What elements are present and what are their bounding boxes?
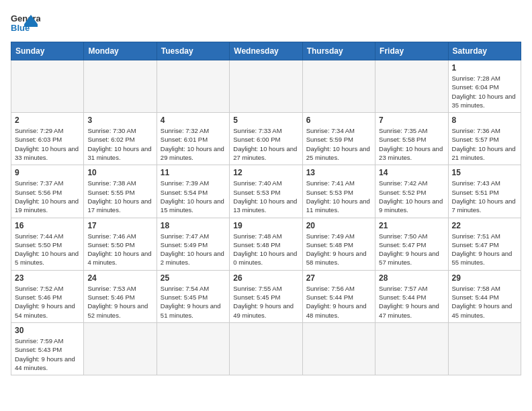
calendar-cell: 11Sunrise: 7:39 AM Sunset: 5:54 PM Dayli… bbox=[157, 165, 229, 218]
day-header-wednesday: Wednesday bbox=[230, 42, 302, 60]
day-number: 6 bbox=[306, 116, 371, 125]
day-number: 22 bbox=[452, 221, 517, 230]
calendar-cell: 6Sunrise: 7:34 AM Sunset: 5:59 PM Daylig… bbox=[302, 113, 375, 165]
day-number: 8 bbox=[452, 116, 517, 125]
day-header-friday: Friday bbox=[375, 42, 448, 60]
day-header-sunday: Sunday bbox=[11, 42, 84, 60]
day-info: Sunrise: 7:33 AM Sunset: 6:00 PM Dayligh… bbox=[233, 126, 298, 162]
day-info: Sunrise: 7:34 AM Sunset: 5:59 PM Dayligh… bbox=[306, 126, 371, 162]
day-number: 24 bbox=[87, 273, 152, 283]
day-number: 30 bbox=[15, 326, 80, 335]
day-number: 13 bbox=[306, 168, 371, 177]
day-number: 10 bbox=[87, 168, 152, 177]
calendar-cell: 30Sunrise: 7:59 AM Sunset: 5:43 PM Dayli… bbox=[11, 322, 84, 375]
day-info: Sunrise: 7:41 AM Sunset: 5:53 PM Dayligh… bbox=[306, 179, 371, 214]
calendar-cell: 10Sunrise: 7:38 AM Sunset: 5:55 PM Dayli… bbox=[84, 165, 157, 218]
day-info: Sunrise: 7:44 AM Sunset: 5:50 PM Dayligh… bbox=[15, 232, 80, 267]
svg-rect-3 bbox=[24, 24, 38, 27]
calendar-cell: 5Sunrise: 7:33 AM Sunset: 6:00 PM Daylig… bbox=[230, 113, 302, 165]
calendar-cell: 20Sunrise: 7:49 AM Sunset: 5:48 PM Dayli… bbox=[302, 218, 375, 270]
day-number: 15 bbox=[452, 168, 517, 177]
day-number: 21 bbox=[379, 221, 444, 230]
day-number: 5 bbox=[233, 116, 298, 125]
day-info: Sunrise: 7:39 AM Sunset: 5:54 PM Dayligh… bbox=[161, 179, 226, 214]
day-info: Sunrise: 7:46 AM Sunset: 5:50 PM Dayligh… bbox=[87, 232, 152, 267]
calendar-cell: 15Sunrise: 7:43 AM Sunset: 5:51 PM Dayli… bbox=[448, 165, 521, 218]
day-number: 11 bbox=[161, 168, 226, 177]
calendar-cell: 19Sunrise: 7:48 AM Sunset: 5:48 PM Dayli… bbox=[230, 218, 302, 270]
day-number: 12 bbox=[233, 168, 298, 177]
day-number: 28 bbox=[379, 273, 444, 283]
day-number: 14 bbox=[379, 168, 444, 177]
calendar-cell bbox=[157, 322, 229, 375]
calendar-cell bbox=[448, 322, 521, 375]
day-info: Sunrise: 7:54 AM Sunset: 5:45 PM Dayligh… bbox=[161, 284, 226, 320]
day-info: Sunrise: 7:30 AM Sunset: 6:02 PM Dayligh… bbox=[87, 126, 152, 162]
day-info: Sunrise: 7:36 AM Sunset: 5:57 PM Dayligh… bbox=[452, 126, 517, 162]
day-info: Sunrise: 7:59 AM Sunset: 5:43 PM Dayligh… bbox=[15, 336, 80, 372]
day-info: Sunrise: 7:51 AM Sunset: 5:47 PM Dayligh… bbox=[452, 232, 517, 267]
day-info: Sunrise: 7:48 AM Sunset: 5:48 PM Dayligh… bbox=[233, 232, 298, 267]
calendar-cell: 9Sunrise: 7:37 AM Sunset: 5:56 PM Daylig… bbox=[11, 165, 84, 218]
calendar-cell bbox=[11, 60, 84, 113]
day-info: Sunrise: 7:29 AM Sunset: 6:03 PM Dayligh… bbox=[15, 126, 80, 162]
week-row-6: 30Sunrise: 7:59 AM Sunset: 5:43 PM Dayli… bbox=[11, 322, 521, 375]
calendar-cell: 22Sunrise: 7:51 AM Sunset: 5:47 PM Dayli… bbox=[448, 218, 521, 270]
day-number: 23 bbox=[15, 273, 80, 283]
day-number: 29 bbox=[452, 273, 517, 283]
day-info: Sunrise: 7:43 AM Sunset: 5:51 PM Dayligh… bbox=[452, 179, 517, 214]
week-row-4: 16Sunrise: 7:44 AM Sunset: 5:50 PM Dayli… bbox=[11, 218, 521, 270]
day-info: Sunrise: 7:42 AM Sunset: 5:52 PM Dayligh… bbox=[379, 179, 444, 214]
day-number: 9 bbox=[15, 168, 80, 177]
calendar-cell bbox=[375, 60, 448, 113]
day-number: 27 bbox=[306, 273, 371, 283]
week-row-1: 1Sunrise: 7:28 AM Sunset: 6:04 PM Daylig… bbox=[11, 60, 521, 113]
calendar-cell: 21Sunrise: 7:50 AM Sunset: 5:47 PM Dayli… bbox=[375, 218, 448, 270]
week-row-2: 2Sunrise: 7:29 AM Sunset: 6:03 PM Daylig… bbox=[11, 113, 521, 165]
logo: General Blue bbox=[11, 11, 40, 36]
day-info: Sunrise: 7:35 AM Sunset: 5:58 PM Dayligh… bbox=[379, 126, 444, 162]
calendar-cell: 27Sunrise: 7:56 AM Sunset: 5:44 PM Dayli… bbox=[302, 270, 375, 322]
day-info: Sunrise: 7:53 AM Sunset: 5:46 PM Dayligh… bbox=[87, 284, 152, 320]
day-number: 16 bbox=[15, 221, 80, 230]
day-info: Sunrise: 7:38 AM Sunset: 5:55 PM Dayligh… bbox=[87, 179, 152, 214]
calendar-table: SundayMondayTuesdayWednesdayThursdayFrid… bbox=[11, 42, 521, 375]
calendar-cell: 4Sunrise: 7:32 AM Sunset: 6:01 PM Daylig… bbox=[157, 113, 229, 165]
calendar-cell bbox=[302, 322, 375, 375]
day-info: Sunrise: 7:47 AM Sunset: 5:49 PM Dayligh… bbox=[161, 232, 226, 267]
calendar-cell bbox=[84, 60, 157, 113]
week-row-5: 23Sunrise: 7:52 AM Sunset: 5:46 PM Dayli… bbox=[11, 270, 521, 322]
day-info: Sunrise: 7:49 AM Sunset: 5:48 PM Dayligh… bbox=[306, 232, 371, 267]
day-header-saturday: Saturday bbox=[448, 42, 521, 60]
calendar-cell: 12Sunrise: 7:40 AM Sunset: 5:53 PM Dayli… bbox=[230, 165, 302, 218]
calendar-cell bbox=[230, 60, 302, 113]
day-number: 26 bbox=[233, 273, 298, 283]
day-info: Sunrise: 7:40 AM Sunset: 5:53 PM Dayligh… bbox=[233, 179, 298, 214]
calendar-cell bbox=[84, 322, 157, 375]
calendar-cell: 18Sunrise: 7:47 AM Sunset: 5:49 PM Dayli… bbox=[157, 218, 229, 270]
day-info: Sunrise: 7:57 AM Sunset: 5:44 PM Dayligh… bbox=[379, 284, 444, 320]
logo-svg: General Blue bbox=[11, 11, 40, 36]
calendar-cell: 24Sunrise: 7:53 AM Sunset: 5:46 PM Dayli… bbox=[84, 270, 157, 322]
day-number: 25 bbox=[161, 273, 226, 283]
week-row-3: 9Sunrise: 7:37 AM Sunset: 5:56 PM Daylig… bbox=[11, 165, 521, 218]
day-info: Sunrise: 7:28 AM Sunset: 6:04 PM Dayligh… bbox=[452, 74, 517, 109]
calendar-cell: 17Sunrise: 7:46 AM Sunset: 5:50 PM Dayli… bbox=[84, 218, 157, 270]
day-header-thursday: Thursday bbox=[302, 42, 375, 60]
calendar-cell: 14Sunrise: 7:42 AM Sunset: 5:52 PM Dayli… bbox=[375, 165, 448, 218]
calendar-cell: 7Sunrise: 7:35 AM Sunset: 5:58 PM Daylig… bbox=[375, 113, 448, 165]
day-number: 18 bbox=[161, 221, 226, 230]
day-number: 19 bbox=[233, 221, 298, 230]
calendar-cell: 16Sunrise: 7:44 AM Sunset: 5:50 PM Dayli… bbox=[11, 218, 84, 270]
day-header-tuesday: Tuesday bbox=[157, 42, 229, 60]
calendar-cell: 8Sunrise: 7:36 AM Sunset: 5:57 PM Daylig… bbox=[448, 113, 521, 165]
day-number: 4 bbox=[161, 116, 226, 125]
page-header: General Blue bbox=[11, 11, 521, 36]
day-info: Sunrise: 7:37 AM Sunset: 5:56 PM Dayligh… bbox=[15, 179, 80, 214]
calendar-cell bbox=[230, 322, 302, 375]
day-info: Sunrise: 7:52 AM Sunset: 5:46 PM Dayligh… bbox=[15, 284, 80, 320]
day-number: 17 bbox=[87, 221, 152, 230]
calendar-cell: 29Sunrise: 7:58 AM Sunset: 5:44 PM Dayli… bbox=[448, 270, 521, 322]
calendar-cell: 2Sunrise: 7:29 AM Sunset: 6:03 PM Daylig… bbox=[11, 113, 84, 165]
calendar-cell: 25Sunrise: 7:54 AM Sunset: 5:45 PM Dayli… bbox=[157, 270, 229, 322]
